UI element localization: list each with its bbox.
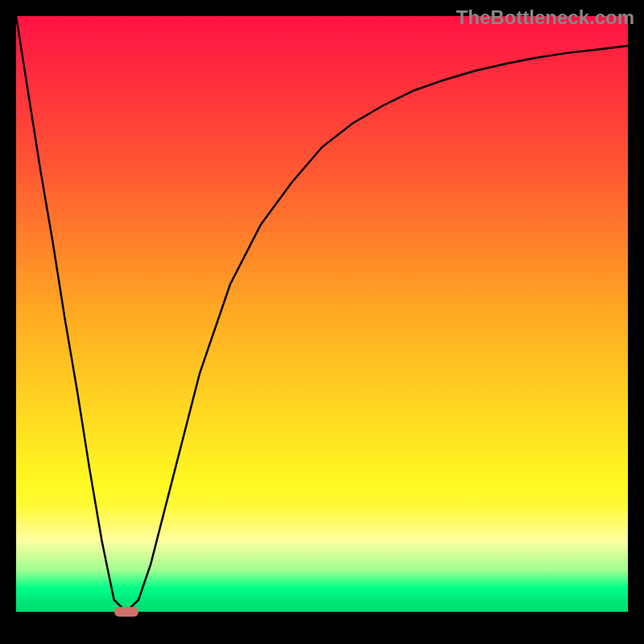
chart-container: TheBottleneck.com — [0, 0, 644, 644]
optimal-marker — [114, 607, 138, 617]
watermark-text: TheBottleneck.com — [456, 6, 634, 29]
bottleneck-curve — [16, 16, 628, 612]
